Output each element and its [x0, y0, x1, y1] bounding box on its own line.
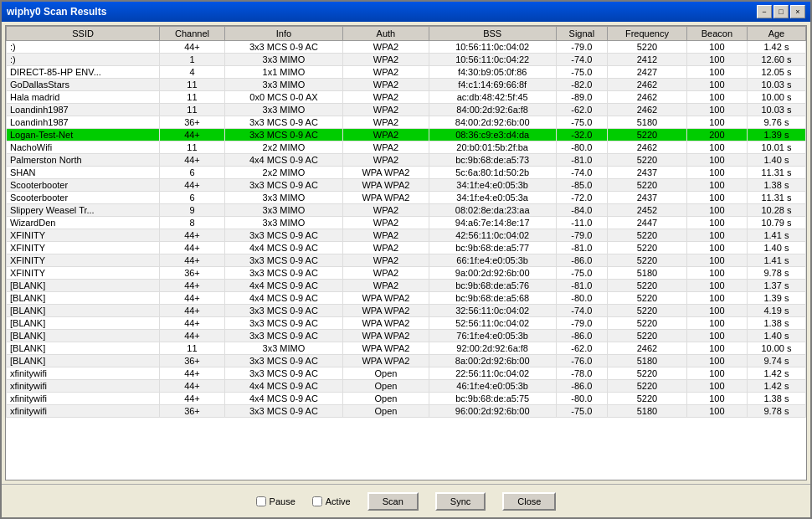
- active-checkbox[interactable]: [312, 496, 322, 506]
- cell-bss: 34:1f:e4:e0:05:3a: [429, 192, 556, 204]
- table-row[interactable]: [BLANK]44+3x3 MCS 0-9 ACWPA WPA232:56:11…: [7, 305, 806, 317]
- table-row[interactable]: WizardDen83x3 MIMOWPA294:a6:7e:14:8e:17-…: [7, 217, 806, 229]
- active-label[interactable]: Active: [326, 496, 351, 506]
- cell-age: 1.38 s: [747, 317, 805, 330]
- table-row[interactable]: XFINITY36+3x3 MCS 0-9 ACWPA29a:00:2d:92:…: [7, 267, 806, 280]
- cell-info: 0x0 MCS 0-0 AX: [224, 91, 342, 104]
- cell-beacon: 100: [686, 192, 747, 204]
- cell-auth: WPA2: [343, 229, 429, 242]
- cell-auth: WPA WPA2: [343, 292, 429, 305]
- cell-frequency: 5220: [608, 393, 687, 405]
- cell-beacon: 100: [686, 342, 747, 355]
- cell-auth: WPA2: [343, 104, 429, 116]
- cell-info: 3x3 MCS 0-9 AC: [224, 41, 342, 54]
- table-row[interactable]: xfinitywifi44+4x4 MCS 0-9 ACOpen46:1f:e4…: [7, 380, 806, 393]
- cell-frequency: 5220: [608, 380, 687, 393]
- cell-ssid: Hala madrid: [7, 91, 160, 104]
- cell-auth: WPA2: [343, 129, 429, 141]
- cell-beacon: 100: [686, 380, 747, 393]
- col-ssid: SSID: [7, 27, 160, 41]
- table-row[interactable]: [BLANK]113x3 MIMOWPA WPA292:00:2d:92:6a:…: [7, 342, 806, 355]
- cell-info: 3x3 MIMO: [224, 204, 342, 217]
- table-row[interactable]: [BLANK]44+4x4 MCS 0-9 ACWPA WPA2bc:9b:68…: [7, 292, 806, 305]
- cell-info: 3x3 MIMO: [224, 104, 342, 116]
- cell-frequency: 5220: [608, 254, 687, 267]
- table-row[interactable]: SHAN62x2 MIMOWPA WPA25c:6a:80:1d:50:2b-7…: [7, 167, 806, 179]
- cell-frequency: 2462: [608, 342, 687, 355]
- cell-ssid: Slippery Weasel Tr...: [7, 204, 160, 217]
- table-row[interactable]: Scooterbooter63x3 MIMOWPA WPA234:1f:e4:e…: [7, 192, 806, 204]
- table-row[interactable]: XFINITY44+4x4 MCS 0-9 ACWPA2bc:9b:68:de:…: [7, 242, 806, 254]
- cell-info: 4x4 MCS 0-9 AC: [224, 154, 342, 167]
- cell-age: 12.05 s: [747, 66, 805, 79]
- table-row[interactable]: [BLANK]44+3x3 MCS 0-9 ACWPA WPA252:56:11…: [7, 317, 806, 330]
- cell-info: 3x3 MIMO: [224, 54, 342, 66]
- cell-bss: 9a:00:2d:92:6b:00: [429, 267, 556, 280]
- table-row[interactable]: [BLANK]44+4x4 MCS 0-9 ACWPA2bc:9b:68:de:…: [7, 280, 806, 292]
- cell-channel: 44+: [160, 179, 225, 192]
- cell-bss: 94:a6:7e:14:8e:17: [429, 217, 556, 229]
- table-row[interactable]: Slippery Weasel Tr...93x3 MIMOWPA208:02:…: [7, 204, 806, 217]
- pause-label[interactable]: Pause: [270, 496, 296, 506]
- cell-beacon: 100: [686, 393, 747, 405]
- table-row[interactable]: XFINITY44+3x3 MCS 0-9 ACWPA242:56:11:0c:…: [7, 229, 806, 242]
- cell-info: 3x3 MCS 0-9 AC: [224, 179, 342, 192]
- cell-auth: WPA2: [343, 79, 429, 91]
- col-frequency: Frequency: [608, 27, 687, 41]
- cell-channel: 44+: [160, 280, 225, 292]
- cell-age: 11.31 s: [747, 167, 805, 179]
- cell-age: 1.41 s: [747, 229, 805, 242]
- minimize-button[interactable]: −: [757, 5, 772, 18]
- cell-frequency: 5220: [608, 179, 687, 192]
- col-channel: Channel: [160, 27, 225, 41]
- cell-beacon: 100: [686, 141, 747, 154]
- table-row[interactable]: [BLANK]36+3x3 MCS 0-9 ACWPA WPA28a:00:2d…: [7, 355, 806, 367]
- cell-bss: 08:02:8e:da:23:aa: [429, 204, 556, 217]
- cell-signal: -75.0: [556, 405, 608, 418]
- scan-table-container[interactable]: SSID Channel Info Auth BSS Signal Freque…: [5, 25, 807, 480]
- cell-info: 1x1 MIMO: [224, 66, 342, 79]
- cell-channel: 44+: [160, 380, 225, 393]
- table-row[interactable]: XFINITY44+3x3 MCS 0-9 ACWPA266:1f:e4:e0:…: [7, 254, 806, 267]
- cell-age: 9.78 s: [747, 267, 805, 280]
- cell-channel: 44+: [160, 229, 225, 242]
- table-row[interactable]: Hala madrid110x0 MCS 0-0 AXWPA2ac:db:48:…: [7, 91, 806, 104]
- table-row[interactable]: [BLANK]44+3x3 MCS 0-9 ACWPA WPA276:1f:e4…: [7, 330, 806, 342]
- cell-ssid: Scooterbooter: [7, 179, 160, 192]
- cell-frequency: 5220: [608, 280, 687, 292]
- cell-age: 10.01 s: [747, 141, 805, 154]
- table-row[interactable]: DIRECT-85-HP ENV...41x1 MIMOWPA2f4:30:b9…: [7, 66, 806, 79]
- table-row[interactable]: Scooterbooter44+3x3 MCS 0-9 ACWPA WPA234…: [7, 179, 806, 192]
- sync-button[interactable]: Sync: [435, 492, 486, 511]
- cell-beacon: 100: [686, 104, 747, 116]
- table-row[interactable]: GoDallasStars113x3 MIMOWPA2f4:c1:14:69:6…: [7, 79, 806, 91]
- cell-ssid: xfinitywifi: [7, 367, 160, 380]
- table-row[interactable]: Palmerston North44+4x4 MCS 0-9 ACWPA2bc:…: [7, 154, 806, 167]
- table-row[interactable]: xfinitywifi36+3x3 MCS 0-9 ACOpen96:00:2d…: [7, 405, 806, 418]
- table-row[interactable]: NachoWifi112x2 MIMOWPA220:b0:01:5b:2f:ba…: [7, 141, 806, 154]
- pause-checkbox[interactable]: [256, 496, 266, 506]
- close-button[interactable]: ×: [790, 5, 805, 18]
- cell-age: 10.00 s: [747, 342, 805, 355]
- maximize-button[interactable]: □: [773, 5, 789, 18]
- table-row[interactable]: :)44+3x3 MCS 0-9 ACWPA210:56:11:0c:04:02…: [7, 41, 806, 54]
- scan-button[interactable]: Scan: [367, 492, 419, 511]
- cell-channel: 9: [160, 204, 225, 217]
- table-row[interactable]: Loandinh198736+3x3 MCS 0-9 ACWPA284:00:2…: [7, 116, 806, 129]
- cell-age: 10.03 s: [747, 104, 805, 116]
- cell-signal: -76.0: [556, 355, 608, 367]
- cell-age: 1.42 s: [747, 41, 805, 54]
- table-row[interactable]: :)13x3 MIMOWPA210:56:11:0c:04:22-74.0241…: [7, 54, 806, 66]
- cell-ssid: Logan-Test-Net: [7, 129, 160, 141]
- col-info: Info: [224, 27, 342, 41]
- table-row[interactable]: Loandinh1987113x3 MIMOWPA284:00:2d:92:6a…: [7, 104, 806, 116]
- table-row[interactable]: xfinitywifi44+3x3 MCS 0-9 ACOpen22:56:11…: [7, 367, 806, 380]
- cell-signal: -89.0: [556, 91, 608, 104]
- cell-ssid: Loandinh1987: [7, 104, 160, 116]
- cell-auth: WPA2: [343, 54, 429, 66]
- close-footer-button[interactable]: Close: [502, 492, 556, 511]
- table-row[interactable]: xfinitywifi44+4x4 MCS 0-9 ACOpenbc:9b:68…: [7, 393, 806, 405]
- col-bss: BSS: [429, 27, 556, 41]
- cell-beacon: 100: [686, 167, 747, 179]
- table-row[interactable]: Logan-Test-Net44+3x3 MCS 0-9 ACWPA208:36…: [7, 129, 806, 141]
